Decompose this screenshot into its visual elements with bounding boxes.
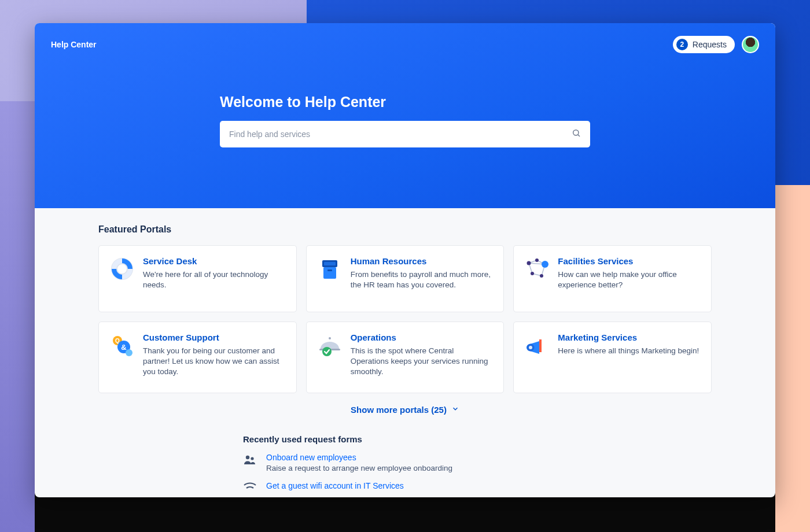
portal-title: Service Desk <box>143 256 286 266</box>
svg-point-23 <box>126 349 132 356</box>
network-icon <box>524 256 550 282</box>
portal-desc: Thank you for being our customer and par… <box>143 346 286 378</box>
portal-title: Customer Support <box>143 332 286 342</box>
hero-title: Welcome to Help Center <box>220 94 590 110</box>
portal-grid: Service Desk We're here for all of your … <box>98 245 712 393</box>
svg-point-18 <box>542 261 548 268</box>
portal-desc: From benefits to payroll and much more, … <box>351 269 494 290</box>
recent-forms-heading: Recently used request forms <box>243 434 567 444</box>
top-right-controls: 2 Requests <box>673 36 759 53</box>
svg-text:&: & <box>121 343 126 352</box>
help-center-window: Help Center 2 Requests Welcome to Help C… <box>35 23 775 497</box>
portal-card-facilities-services[interactable]: Facilities Services How can we help make… <box>513 245 712 312</box>
recent-desc: Raise a request to arrange new employee … <box>266 464 452 472</box>
svg-point-30 <box>246 455 249 459</box>
people-icon <box>243 452 258 472</box>
svg-line-1 <box>578 135 580 136</box>
megaphone-icon <box>524 332 550 358</box>
recent-item: Onboard new employees Raise a request to… <box>243 452 567 472</box>
chevron-down-icon <box>451 405 459 415</box>
svg-point-29 <box>529 346 532 349</box>
portal-title: Marketing Services <box>558 332 699 342</box>
decorative-bg <box>775 185 810 532</box>
portal-card-human-resources[interactable]: Human Resources From benefits to payroll… <box>306 245 505 312</box>
search-icon[interactable] <box>572 128 581 140</box>
recent-item: Get a guest wifi account in IT Services <box>243 481 567 496</box>
svg-point-3 <box>117 264 127 274</box>
brand-title[interactable]: Help Center <box>51 40 97 49</box>
svg-rect-6 <box>323 267 336 279</box>
svg-point-15 <box>535 258 539 262</box>
hero-center: Welcome to Help Center <box>220 94 590 147</box>
requests-button[interactable]: 2 Requests <box>673 36 735 53</box>
portal-desc: This is the spot where Central Operation… <box>351 346 494 378</box>
top-bar: Help Center 2 Requests <box>51 36 759 53</box>
svg-point-31 <box>251 457 253 460</box>
portal-desc: We're here for all of your technology ne… <box>143 269 286 290</box>
svg-point-25 <box>329 337 331 339</box>
hero-banner: Help Center 2 Requests Welcome to Help C… <box>35 23 775 208</box>
portal-title: Operations <box>351 332 494 342</box>
decorative-bg <box>0 101 35 532</box>
portal-card-operations[interactable]: Operations This is the spot where Centra… <box>306 322 505 393</box>
avatar[interactable] <box>742 36 759 53</box>
requests-label: Requests <box>693 40 727 49</box>
portal-card-customer-support[interactable]: Q & Customer Support Thank you for being… <box>98 322 297 393</box>
recent-forms-section: Recently used request forms Onboard new … <box>243 434 567 496</box>
svg-rect-5 <box>324 262 336 265</box>
cloche-check-icon <box>317 332 343 358</box>
portal-desc: How can we help make your office experie… <box>558 269 701 290</box>
svg-point-16 <box>531 272 534 275</box>
svg-rect-7 <box>327 269 332 271</box>
portal-title: Human Resources <box>351 256 494 266</box>
portal-card-marketing-services[interactable]: Marketing Services Here is where all thi… <box>513 322 712 393</box>
svg-point-14 <box>527 261 531 265</box>
search-container <box>220 121 590 147</box>
portal-desc: Here is where all things Marketing begin… <box>558 346 699 356</box>
search-input[interactable] <box>220 121 590 147</box>
recent-link-wifi[interactable]: Get a guest wifi account in IT Services <box>266 481 404 490</box>
svg-point-26 <box>322 347 332 356</box>
chat-bubbles-icon: Q & <box>109 332 135 358</box>
svg-rect-27 <box>539 339 542 352</box>
lifebuoy-icon <box>109 256 135 282</box>
svg-point-17 <box>540 274 543 278</box>
show-more-portals-button[interactable]: Show more portals (25) <box>98 405 712 415</box>
featured-portals-heading: Featured Portals <box>98 224 712 235</box>
main-content: Featured Portals Service Desk We're her <box>35 208 775 496</box>
svg-point-0 <box>573 130 579 135</box>
show-more-label: Show more portals (25) <box>351 405 447 415</box>
portal-card-service-desk[interactable]: Service Desk We're here for all of your … <box>98 245 297 312</box>
file-cabinet-icon <box>317 256 343 282</box>
recent-link-onboard[interactable]: Onboard new employees <box>266 453 356 462</box>
requests-count-badge: 2 <box>676 39 688 50</box>
portal-title: Facilities Services <box>558 256 701 266</box>
wifi-icon <box>243 481 258 496</box>
